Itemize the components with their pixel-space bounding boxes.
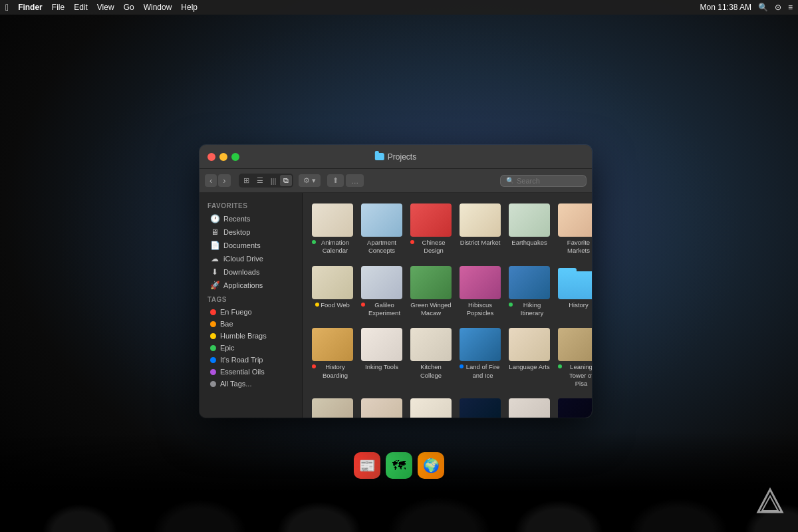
minimize-button[interactable] xyxy=(219,153,227,161)
file-thumbnail xyxy=(558,266,592,299)
dock-item-news[interactable]: 📰 xyxy=(354,452,380,479)
file-item-favorite[interactable]: Favorite Markets xyxy=(555,200,592,259)
file-item-history[interactable]: History xyxy=(555,262,592,322)
file-thumbnail xyxy=(460,266,501,299)
share-button[interactable]: ⬆ xyxy=(327,174,344,187)
file-name: Hiking Itinerary xyxy=(509,301,550,318)
file-item-nightsky[interactable]: Night Sky xyxy=(555,394,592,418)
menu-go[interactable]: Go xyxy=(124,3,134,12)
file-thumbnail xyxy=(460,328,501,361)
search-input[interactable] xyxy=(517,177,581,185)
search-box[interactable]: 🔍 xyxy=(500,175,587,187)
close-button[interactable] xyxy=(207,153,215,161)
sidebar-tag-epic[interactable]: Epic xyxy=(202,342,299,354)
sidebar-tag-humblebrags[interactable]: Humble Brags xyxy=(202,330,299,342)
tag-dot-indicator xyxy=(312,364,316,368)
view-icon-button[interactable]: ⊞ xyxy=(240,175,253,186)
sidebar-tag-alltags[interactable]: All Tags... xyxy=(202,378,299,390)
file-item-hiking[interactable]: Hiking Itinerary xyxy=(506,262,553,322)
view-options-button[interactable]: ⚙ ▾ xyxy=(299,174,321,187)
view-list-button[interactable]: ☰ xyxy=(253,175,267,186)
file-thumbnail xyxy=(558,398,592,418)
enfuego-dot xyxy=(210,309,216,315)
documents-icon: 📄 xyxy=(210,241,219,250)
sidebar-tag-enfuego[interactable]: En Fuego xyxy=(202,306,299,318)
sidebar-item-documents[interactable]: 📄 Documents xyxy=(202,239,299,252)
file-item-mammals[interactable]: Mammals in Africa xyxy=(309,394,356,418)
recents-icon: 🕐 xyxy=(210,214,219,223)
alltags-dot xyxy=(210,381,216,387)
menu-help[interactable]: Help xyxy=(181,3,198,12)
file-item-langarts[interactable]: Language Arts xyxy=(506,324,553,392)
sidebar-item-recents[interactable]: 🕐 Recents xyxy=(202,212,299,225)
file-item-apartment[interactable]: Apartment Concepts xyxy=(358,200,405,259)
file-item-popular[interactable]: Most popular Skate Parks xyxy=(358,394,405,418)
view-columns-button[interactable]: ||| xyxy=(267,175,280,186)
file-item-chinese[interactable]: Chinese Design xyxy=(408,200,454,259)
sidebar-tag-essentialoils[interactable]: Essential Oils xyxy=(202,366,299,378)
sidebar-tag-roadtrip[interactable]: It's Road Trip xyxy=(202,354,299,366)
file-name: Earthquakes xyxy=(511,239,547,247)
menu-extras-icon[interactable]: ≡ xyxy=(788,3,793,12)
favorites-section-title: Favorites xyxy=(200,198,302,212)
file-item-foodweb[interactable]: Food Web xyxy=(309,262,356,322)
dock-item-app[interactable]: 🌍 xyxy=(418,452,444,479)
file-thumbnail xyxy=(312,398,353,418)
file-item-earthquakes[interactable]: Earthquakes xyxy=(506,200,553,259)
back-button[interactable]: ‹ xyxy=(205,174,217,187)
file-name: Favorite Markets xyxy=(558,239,592,255)
menubar-left:  Finder File Edit View Go Window Help xyxy=(5,3,198,12)
dock-item-maps[interactable]: 🗺 xyxy=(386,452,412,479)
menu-edit[interactable]: Edit xyxy=(74,3,88,12)
file-thumbnail xyxy=(558,203,592,237)
menu-window[interactable]: Window xyxy=(144,3,172,12)
sidebar-item-desktop[interactable]: 🖥 Desktop xyxy=(202,225,299,239)
file-name: Food Web xyxy=(315,301,350,309)
dock: 📰 🗺 🌍 xyxy=(354,452,444,479)
window-controls xyxy=(207,153,239,161)
audience-silhouette xyxy=(0,432,798,532)
file-thumbnail xyxy=(410,328,452,361)
folder-icon xyxy=(375,153,384,160)
sidebar-icloud-label: iCloud Drive xyxy=(223,255,263,263)
tag-dot-indicator xyxy=(558,364,562,368)
sidebar-tag-roadtrip-label: It's Road Trip xyxy=(220,356,263,364)
forward-button[interactable]: › xyxy=(218,174,230,187)
sidebar-item-downloads[interactable]: ⬇ Downloads xyxy=(202,265,299,279)
file-item-galileo[interactable]: Galileo Experiment xyxy=(358,262,405,322)
file-item-newyork[interactable]: New York xyxy=(506,394,553,418)
menu-file[interactable]: File xyxy=(52,3,65,12)
file-item-leaning[interactable]: Leaning Tower of Pisa xyxy=(555,324,592,392)
content-area: Favorites 🕐 Recents 🖥 Desktop 📄 Document… xyxy=(200,193,592,418)
file-item-kitchen[interactable]: Kitchen College xyxy=(408,324,454,392)
sidebar-item-applications[interactable]: 🚀 Applications xyxy=(202,279,299,292)
file-item-greenbird[interactable]: Green Winged Macaw xyxy=(408,262,454,322)
spotlight-icon[interactable]: 🔍 xyxy=(758,3,768,12)
file-name: Language Arts xyxy=(509,363,549,371)
sidebar-item-icloud[interactable]: ☁ iCloud Drive xyxy=(202,252,299,265)
file-item-historyboard[interactable]: History Boarding xyxy=(309,324,356,392)
file-name: Leaning Tower of Pisa xyxy=(558,363,592,388)
tag-dot-indicator xyxy=(410,240,414,244)
menubar-right: Mon 11:38 AM 🔍 ⊙ ≡ xyxy=(700,3,793,12)
menu-finder[interactable]: Finder xyxy=(18,3,43,12)
sidebar-documents-label: Documents xyxy=(223,241,261,249)
apple-logo-icon[interactable]:  xyxy=(5,3,9,12)
file-item-natural[interactable]: Natural History xyxy=(408,394,454,418)
maximize-button[interactable] xyxy=(231,153,239,161)
file-item-inking[interactable]: Inking Tools xyxy=(358,324,405,392)
file-item-hibiscus[interactable]: Hibiscus Popsicles xyxy=(457,262,503,322)
file-item-animation[interactable]: Animation Calendar xyxy=(309,200,356,259)
file-grid: Animation Calendar Apartment Concepts Ch… xyxy=(303,193,592,418)
sidebar-tag-bae[interactable]: Bae xyxy=(202,318,299,330)
file-item-neonskies[interactable]: Neon Skies xyxy=(457,394,503,418)
control-center-icon[interactable]: ⊙ xyxy=(775,3,781,12)
file-thumbnail xyxy=(460,398,501,418)
window-title-area: Projects xyxy=(375,152,416,162)
more-button[interactable]: … xyxy=(346,174,364,187)
file-name: Galileo Experiment xyxy=(361,301,402,318)
file-item-district[interactable]: District Market xyxy=(457,200,503,259)
menu-view[interactable]: View xyxy=(97,3,114,12)
view-gallery-button[interactable]: ⧉ xyxy=(280,175,292,186)
file-item-landfire[interactable]: Land of Fire and Ice xyxy=(457,324,503,392)
